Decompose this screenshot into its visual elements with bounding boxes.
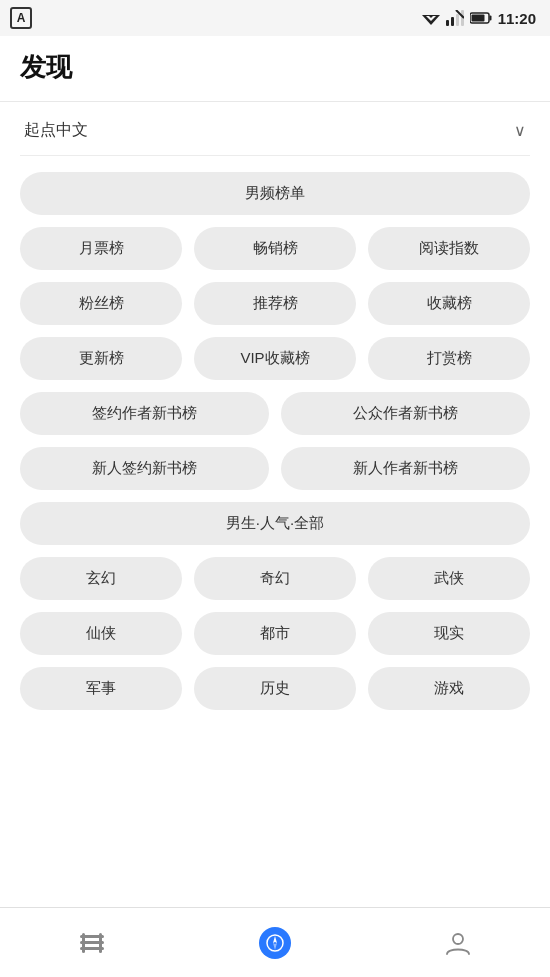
- tag-male-charts[interactable]: 男频榜单: [20, 172, 530, 215]
- battery-icon: [470, 12, 492, 24]
- discover-icon: [259, 927, 291, 959]
- tag-xianxia[interactable]: 仙侠: [20, 612, 182, 655]
- tag-row-7: 仙侠 都市 现实: [20, 612, 530, 655]
- svg-point-19: [453, 934, 463, 944]
- wifi-icon: [422, 11, 440, 25]
- time-display: 11:20: [498, 10, 536, 27]
- tag-realistic[interactable]: 现实: [368, 612, 530, 655]
- tag-history[interactable]: 历史: [194, 667, 356, 710]
- svg-marker-18: [273, 943, 277, 950]
- tag-qihuan[interactable]: 奇幻: [194, 557, 356, 600]
- status-right: 11:20: [422, 10, 536, 27]
- tag-game[interactable]: 游戏: [368, 667, 530, 710]
- tag-row-5: 新人签约新书榜 新人作者新书榜: [20, 447, 530, 490]
- status-left: A: [10, 7, 32, 29]
- tag-row-1: 月票榜 畅销榜 阅读指数: [20, 227, 530, 270]
- bottom-navigation: [0, 907, 550, 977]
- library-icon: [78, 929, 106, 957]
- tag-row-4: 签约作者新书榜 公众作者新书榜: [20, 392, 530, 435]
- page-title: 发现: [20, 50, 530, 85]
- nav-item-discover[interactable]: [183, 908, 366, 977]
- tag-male-popular-all[interactable]: 男生·人气·全部: [20, 502, 530, 545]
- sim-icon: A: [10, 7, 32, 29]
- svg-rect-10: [471, 15, 484, 22]
- nav-item-profile[interactable]: [367, 908, 550, 977]
- section-male-charts: 男频榜单: [20, 172, 530, 215]
- signal-icon: [446, 10, 464, 26]
- tag-monthly-ticket[interactable]: 月票榜: [20, 227, 182, 270]
- tag-wuxia[interactable]: 武侠: [368, 557, 530, 600]
- svg-rect-15: [99, 933, 102, 953]
- svg-rect-14: [82, 933, 85, 953]
- svg-rect-5: [456, 14, 459, 26]
- tag-bestseller[interactable]: 畅销榜: [194, 227, 356, 270]
- tag-xuanhuan[interactable]: 玄幻: [20, 557, 182, 600]
- tag-reward[interactable]: 打赏榜: [368, 337, 530, 380]
- svg-rect-9: [489, 16, 491, 21]
- page-header: 发现: [0, 36, 550, 102]
- tag-reading-index[interactable]: 阅读指数: [368, 227, 530, 270]
- tag-newbie-author-new[interactable]: 新人作者新书榜: [281, 447, 530, 490]
- svg-rect-3: [446, 20, 449, 26]
- main-content: 起点中文 ∨ 男频榜单 月票榜 畅销榜 阅读指数 粉丝榜 推荐榜 收藏榜 更新榜…: [0, 102, 550, 907]
- tag-row-2: 粉丝榜 推荐榜 收藏榜: [20, 282, 530, 325]
- tag-vip-favorites[interactable]: VIP收藏榜: [194, 337, 356, 380]
- tag-military[interactable]: 军事: [20, 667, 182, 710]
- tag-recommended[interactable]: 推荐榜: [194, 282, 356, 325]
- section-male-popular: 男生·人气·全部: [20, 502, 530, 545]
- svg-marker-17: [273, 936, 277, 943]
- tag-urban[interactable]: 都市: [194, 612, 356, 655]
- tag-public-author-new[interactable]: 公众作者新书榜: [281, 392, 530, 435]
- chevron-down-icon: ∨: [514, 121, 526, 140]
- tag-row-8: 军事 历史 游戏: [20, 667, 530, 710]
- tag-fans[interactable]: 粉丝榜: [20, 282, 182, 325]
- source-dropdown[interactable]: 起点中文 ∨: [20, 102, 530, 156]
- tag-row-6: 玄幻 奇幻 武侠: [20, 557, 530, 600]
- tag-signed-author-new[interactable]: 签约作者新书榜: [20, 392, 269, 435]
- status-bar: A 11:20: [0, 0, 550, 36]
- tag-favorites[interactable]: 收藏榜: [368, 282, 530, 325]
- tag-newbie-signed-new[interactable]: 新人签约新书榜: [20, 447, 269, 490]
- nav-item-library[interactable]: [0, 908, 183, 977]
- tag-update[interactable]: 更新榜: [20, 337, 182, 380]
- svg-rect-4: [451, 17, 454, 26]
- dropdown-label: 起点中文: [24, 120, 88, 141]
- profile-icon: [444, 929, 472, 957]
- tag-row-3: 更新榜 VIP收藏榜 打赏榜: [20, 337, 530, 380]
